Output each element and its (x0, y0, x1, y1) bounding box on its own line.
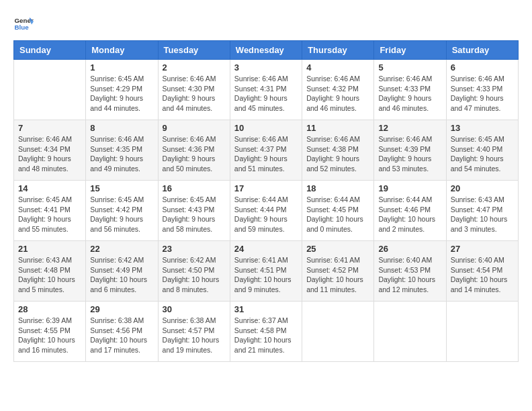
day-info: Sunrise: 6:44 AM Sunset: 4:45 PM Dayligh… (306, 195, 369, 234)
calendar-header-row: SundayMondayTuesdayWednesdayThursdayFrid… (14, 41, 519, 60)
day-number: 1 (90, 62, 153, 73)
day-number: 25 (306, 244, 369, 254)
calendar-cell: 18Sunrise: 6:44 AM Sunset: 4:45 PM Dayli… (302, 181, 374, 241)
day-info: Sunrise: 6:46 AM Sunset: 4:32 PM Dayligh… (306, 74, 369, 113)
calendar-week-5: 28Sunrise: 6:39 AM Sunset: 4:55 PM Dayli… (14, 302, 519, 362)
day-number: 14 (18, 183, 81, 193)
day-info: Sunrise: 6:46 AM Sunset: 4:39 PM Dayligh… (378, 134, 441, 174)
calendar-cell: 8Sunrise: 6:46 AM Sunset: 4:35 PM Daylig… (86, 120, 158, 181)
day-number: 10 (234, 123, 298, 133)
column-header-wednesday: Wednesday (230, 41, 302, 60)
day-info: Sunrise: 6:44 AM Sunset: 4:46 PM Dayligh… (378, 195, 441, 234)
day-number: 19 (378, 183, 441, 193)
calendar-cell: 6Sunrise: 6:46 AM Sunset: 4:33 PM Daylig… (446, 60, 518, 120)
day-number: 5 (378, 62, 441, 73)
day-number: 13 (451, 123, 514, 133)
calendar-cell: 16Sunrise: 6:45 AM Sunset: 4:43 PM Dayli… (158, 181, 230, 241)
day-number: 20 (451, 183, 514, 193)
calendar-cell: 28Sunrise: 6:39 AM Sunset: 4:55 PM Dayli… (14, 302, 86, 362)
calendar-week-2: 7Sunrise: 6:46 AM Sunset: 4:34 PM Daylig… (14, 120, 519, 181)
logo-icon: General Blue (13, 13, 34, 34)
calendar-cell: 5Sunrise: 6:46 AM Sunset: 4:33 PM Daylig… (374, 60, 446, 120)
day-number: 9 (163, 123, 226, 133)
calendar-cell (446, 302, 518, 362)
day-number: 27 (451, 244, 514, 254)
day-info: Sunrise: 6:45 AM Sunset: 4:29 PM Dayligh… (90, 74, 153, 113)
day-info: Sunrise: 6:46 AM Sunset: 4:36 PM Dayligh… (163, 134, 226, 174)
calendar-cell: 25Sunrise: 6:41 AM Sunset: 4:52 PM Dayli… (302, 241, 374, 302)
day-number: 28 (18, 304, 81, 314)
calendar-cell (302, 302, 374, 362)
calendar-cell: 22Sunrise: 6:42 AM Sunset: 4:49 PM Dayli… (86, 241, 158, 302)
day-number: 22 (90, 244, 153, 254)
calendar-cell: 19Sunrise: 6:44 AM Sunset: 4:46 PM Dayli… (374, 181, 446, 241)
calendar-table: SundayMondayTuesdayWednesdayThursdayFrid… (13, 40, 519, 362)
day-number: 16 (163, 183, 226, 193)
column-header-saturday: Saturday (446, 41, 518, 60)
day-info: Sunrise: 6:46 AM Sunset: 4:31 PM Dayligh… (234, 74, 298, 113)
day-info: Sunrise: 6:45 AM Sunset: 4:42 PM Dayligh… (90, 195, 153, 234)
day-number: 11 (306, 123, 369, 133)
day-info: Sunrise: 6:46 AM Sunset: 4:35 PM Dayligh… (90, 134, 153, 174)
day-info: Sunrise: 6:46 AM Sunset: 4:33 PM Dayligh… (378, 74, 441, 113)
day-info: Sunrise: 6:46 AM Sunset: 4:33 PM Dayligh… (451, 74, 514, 113)
calendar-cell: 20Sunrise: 6:43 AM Sunset: 4:47 PM Dayli… (446, 181, 518, 241)
calendar-cell: 17Sunrise: 6:44 AM Sunset: 4:44 PM Dayli… (230, 181, 302, 241)
calendar-cell: 3Sunrise: 6:46 AM Sunset: 4:31 PM Daylig… (230, 60, 302, 120)
calendar-cell: 21Sunrise: 6:43 AM Sunset: 4:48 PM Dayli… (14, 241, 86, 302)
day-info: Sunrise: 6:41 AM Sunset: 4:51 PM Dayligh… (234, 255, 298, 295)
calendar-cell: 31Sunrise: 6:37 AM Sunset: 4:58 PM Dayli… (230, 302, 302, 362)
day-number: 12 (378, 123, 441, 133)
column-header-sunday: Sunday (14, 41, 86, 60)
calendar-cell: 26Sunrise: 6:40 AM Sunset: 4:53 PM Dayli… (374, 241, 446, 302)
calendar-week-1: 1Sunrise: 6:45 AM Sunset: 4:29 PM Daylig… (14, 60, 519, 120)
day-info: Sunrise: 6:40 AM Sunset: 4:54 PM Dayligh… (451, 255, 514, 295)
day-info: Sunrise: 6:46 AM Sunset: 4:34 PM Dayligh… (18, 134, 81, 174)
day-info: Sunrise: 6:42 AM Sunset: 4:49 PM Dayligh… (90, 255, 153, 295)
day-number: 24 (234, 244, 298, 254)
day-info: Sunrise: 6:40 AM Sunset: 4:53 PM Dayligh… (378, 255, 441, 295)
calendar-cell: 15Sunrise: 6:45 AM Sunset: 4:42 PM Dayli… (86, 181, 158, 241)
day-number: 8 (90, 123, 153, 133)
day-info: Sunrise: 6:42 AM Sunset: 4:50 PM Dayligh… (163, 255, 226, 295)
calendar-body: 1Sunrise: 6:45 AM Sunset: 4:29 PM Daylig… (14, 60, 519, 362)
calendar-cell: 29Sunrise: 6:38 AM Sunset: 4:56 PM Dayli… (86, 302, 158, 362)
column-header-thursday: Thursday (302, 41, 374, 60)
day-info: Sunrise: 6:45 AM Sunset: 4:40 PM Dayligh… (451, 134, 514, 174)
calendar-cell: 9Sunrise: 6:46 AM Sunset: 4:36 PM Daylig… (158, 120, 230, 181)
calendar-cell: 24Sunrise: 6:41 AM Sunset: 4:51 PM Dayli… (230, 241, 302, 302)
day-info: Sunrise: 6:44 AM Sunset: 4:44 PM Dayligh… (234, 195, 298, 234)
day-info: Sunrise: 6:46 AM Sunset: 4:37 PM Dayligh… (234, 134, 298, 174)
day-info: Sunrise: 6:37 AM Sunset: 4:58 PM Dayligh… (234, 316, 298, 355)
day-info: Sunrise: 6:45 AM Sunset: 4:43 PM Dayligh… (163, 195, 226, 234)
day-number: 30 (163, 304, 226, 314)
day-number: 21 (18, 244, 81, 254)
calendar-cell: 7Sunrise: 6:46 AM Sunset: 4:34 PM Daylig… (14, 120, 86, 181)
day-info: Sunrise: 6:41 AM Sunset: 4:52 PM Dayligh… (306, 255, 369, 295)
day-number: 2 (163, 62, 226, 73)
day-number: 17 (234, 183, 298, 193)
calendar-cell (374, 302, 446, 362)
day-info: Sunrise: 6:38 AM Sunset: 4:57 PM Dayligh… (163, 316, 226, 355)
day-info: Sunrise: 6:46 AM Sunset: 4:30 PM Dayligh… (163, 74, 226, 113)
day-info: Sunrise: 6:43 AM Sunset: 4:48 PM Dayligh… (18, 255, 81, 295)
calendar-cell (14, 60, 86, 120)
day-info: Sunrise: 6:43 AM Sunset: 4:47 PM Dayligh… (451, 195, 514, 234)
day-number: 29 (90, 304, 153, 314)
day-number: 3 (234, 62, 298, 73)
column-header-monday: Monday (86, 41, 158, 60)
calendar-cell: 12Sunrise: 6:46 AM Sunset: 4:39 PM Dayli… (374, 120, 446, 181)
calendar-cell: 10Sunrise: 6:46 AM Sunset: 4:37 PM Dayli… (230, 120, 302, 181)
logo: General Blue (13, 13, 34, 34)
day-info: Sunrise: 6:39 AM Sunset: 4:55 PM Dayligh… (18, 316, 81, 355)
day-number: 15 (90, 183, 153, 193)
page-header: General Blue (13, 13, 519, 34)
calendar-cell: 27Sunrise: 6:40 AM Sunset: 4:54 PM Dayli… (446, 241, 518, 302)
svg-text:Blue: Blue (15, 24, 30, 31)
day-number: 7 (18, 123, 81, 133)
calendar-cell: 1Sunrise: 6:45 AM Sunset: 4:29 PM Daylig… (86, 60, 158, 120)
calendar-cell: 4Sunrise: 6:46 AM Sunset: 4:32 PM Daylig… (302, 60, 374, 120)
calendar-cell: 13Sunrise: 6:45 AM Sunset: 4:40 PM Dayli… (446, 120, 518, 181)
day-number: 26 (378, 244, 441, 254)
column-header-tuesday: Tuesday (158, 41, 230, 60)
